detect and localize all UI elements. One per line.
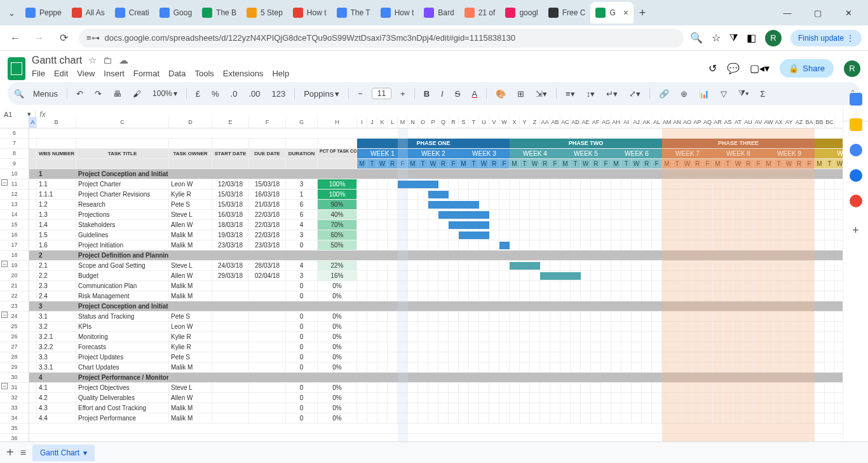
- task-row[interactable]: 4.2Quality DeliverablesAllen W00%: [29, 393, 843, 403]
- task-row[interactable]: 1.1.1Project Charter RevisionsKylie R15/…: [29, 190, 843, 200]
- column-header[interactable]: AM: [662, 117, 672, 128]
- comment-insert-button[interactable]: ⊕: [678, 88, 690, 100]
- borders-button[interactable]: ⊞: [515, 88, 527, 100]
- task-row[interactable]: 1.4StakeholdersAllen W18/03/1822/03/1847…: [29, 220, 843, 230]
- filter-views-button[interactable]: ⧩▾: [736, 87, 751, 100]
- column-header[interactable]: AS: [723, 117, 733, 128]
- column-header[interactable]: N: [408, 117, 418, 128]
- column-header[interactable]: BA: [804, 117, 815, 128]
- column-header[interactable]: AB: [550, 117, 560, 128]
- menus-label[interactable]: Menus: [31, 88, 60, 100]
- task-row[interactable]: 1.5GuidelinesMalik M19/03/1822/03/18360%: [29, 230, 843, 240]
- row-header[interactable]: 13: [0, 200, 29, 210]
- italic-button[interactable]: I: [438, 88, 446, 100]
- menu-insert[interactable]: Insert: [104, 69, 125, 78]
- browser-tab[interactable]: Bard: [419, 2, 459, 24]
- row-header[interactable]: 18: [0, 251, 29, 261]
- link-button[interactable]: 🔗: [656, 88, 672, 100]
- browser-tab[interactable]: The B: [197, 2, 241, 24]
- column-header[interactable]: A: [29, 117, 37, 128]
- column-header[interactable]: AK: [642, 117, 652, 128]
- calendar-addon-icon[interactable]: [850, 93, 862, 106]
- row-header[interactable]: 16: [0, 230, 29, 240]
- column-header[interactable]: Q: [438, 117, 449, 128]
- gantt-bar[interactable]: [499, 242, 510, 249]
- window-maximize[interactable]: ▢: [808, 8, 827, 18]
- row-header[interactable]: 9: [0, 159, 29, 169]
- column-header[interactable]: C: [76, 117, 169, 128]
- gantt-bar[interactable]: [428, 191, 449, 198]
- column-header[interactable]: AR: [713, 117, 723, 128]
- keep-addon-icon[interactable]: [850, 118, 862, 131]
- row-header[interactable]: 29: [0, 363, 29, 373]
- column-header[interactable]: AE: [581, 117, 591, 128]
- task-row[interactable]: 4.3Effort and Cost TrackingMalik M00%: [29, 403, 843, 413]
- column-header[interactable]: L: [388, 117, 398, 128]
- task-row[interactable]: 3.2.1MonitoringKylie R00%: [29, 332, 843, 342]
- account-avatar[interactable]: R: [844, 60, 860, 77]
- column-header[interactable]: I: [357, 117, 367, 128]
- row-header[interactable]: 22: [0, 291, 29, 301]
- column-header[interactable]: BB: [815, 117, 825, 128]
- functions-button[interactable]: Σ: [757, 88, 768, 100]
- row-header[interactable]: 7: [0, 139, 29, 149]
- task-row[interactable]: 1.6Project InitiationMalik M23/03/1823/0…: [29, 240, 843, 251]
- font-select[interactable]: Poppins ▾: [301, 88, 342, 100]
- row-header[interactable]: 27: [0, 342, 29, 352]
- column-header[interactable]: M: [398, 117, 408, 128]
- row-group-toggle[interactable]: –: [1, 179, 8, 186]
- browser-tab[interactable]: 21 of: [459, 2, 501, 24]
- addons-plus-icon[interactable]: +: [852, 224, 859, 237]
- task-row[interactable]: 3.2KPIsLeon W00%: [29, 322, 843, 332]
- nav-back[interactable]: ←: [6, 29, 24, 47]
- star-icon[interactable]: ☆: [88, 55, 97, 66]
- column-header[interactable]: AY: [784, 117, 794, 128]
- column-header[interactable]: AG: [601, 117, 611, 128]
- row-header[interactable]: 8: [0, 149, 29, 159]
- browser-tab[interactable]: Creati: [110, 2, 154, 24]
- update-button[interactable]: Finish update⋮: [790, 30, 862, 46]
- column-header[interactable]: AW: [764, 117, 774, 128]
- column-header[interactable]: AF: [591, 117, 601, 128]
- row-header[interactable]: 35: [0, 424, 29, 434]
- column-header[interactable]: AX: [774, 117, 784, 128]
- gantt-bar[interactable]: [540, 272, 581, 280]
- menu-data[interactable]: Data: [168, 69, 186, 78]
- row-group-toggle[interactable]: –: [1, 383, 8, 389]
- new-tab-button[interactable]: +: [634, 6, 651, 20]
- font-size-increase[interactable]: +: [398, 88, 408, 100]
- column-header[interactable]: AO: [682, 117, 693, 128]
- menu-tools[interactable]: Tools: [194, 69, 214, 78]
- row-header[interactable]: 10: [0, 169, 29, 179]
- browser-tab[interactable]: 5 Step: [241, 2, 288, 24]
- browser-tab[interactable]: The T: [332, 2, 376, 24]
- row-header[interactable]: 21: [0, 281, 29, 291]
- maps-addon-icon[interactable]: [850, 195, 862, 207]
- row-header[interactable]: 34: [0, 413, 29, 424]
- column-header[interactable]: D: [169, 117, 212, 128]
- column-header[interactable]: T: [469, 117, 479, 128]
- address-bar[interactable]: ≡⊶ docs.google.com/spreadsheets/d/122yzN…: [79, 29, 684, 48]
- zoom-select[interactable]: 100% ▾: [150, 88, 180, 99]
- column-header[interactable]: B: [37, 117, 76, 128]
- menu-extensions[interactable]: Extensions: [223, 69, 264, 78]
- cloud-status-icon[interactable]: ☁: [119, 55, 128, 66]
- column-header[interactable]: AI: [621, 117, 632, 128]
- valign-button[interactable]: ↕▾: [584, 88, 598, 100]
- gantt-bar[interactable]: [398, 181, 438, 188]
- column-header[interactable]: S: [459, 117, 469, 128]
- task-row[interactable]: 3.3.1Chart UpdatesMalik M00%: [29, 363, 843, 373]
- move-icon[interactable]: 🗀: [103, 55, 112, 66]
- window-minimize[interactable]: —: [778, 8, 797, 18]
- all-sheets-button[interactable]: ≡: [20, 447, 26, 459]
- bold-button[interactable]: B: [421, 88, 432, 100]
- row-header[interactable]: 33: [0, 403, 29, 413]
- menu-help[interactable]: Help: [272, 69, 289, 78]
- gantt-bar[interactable]: [438, 211, 489, 219]
- font-size-decrease[interactable]: −: [355, 88, 365, 100]
- nav-reload[interactable]: ⟳: [55, 29, 72, 47]
- row-header[interactable]: 26: [0, 332, 29, 342]
- task-row[interactable]: 4.1Project ObjectivesSteve L00%: [29, 383, 843, 393]
- text-color-button[interactable]: A: [469, 88, 480, 100]
- menu-view[interactable]: View: [77, 69, 95, 78]
